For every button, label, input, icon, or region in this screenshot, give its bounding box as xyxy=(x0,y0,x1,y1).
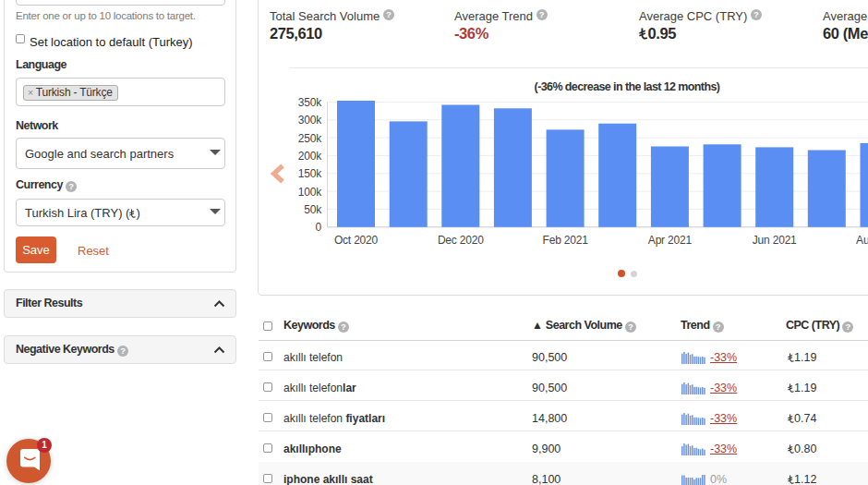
svg-text:100k: 100k xyxy=(298,186,322,199)
svg-text:350k: 350k xyxy=(298,96,322,109)
svg-text:Aug 2021: Aug 2021 xyxy=(856,234,868,247)
svg-text:50k: 50k xyxy=(304,203,322,216)
svg-text:200k: 200k xyxy=(298,150,322,163)
svg-text:250k: 250k xyxy=(298,132,322,145)
svg-text:0: 0 xyxy=(316,221,322,234)
svg-text:300k: 300k xyxy=(298,114,322,127)
svg-text:Jun 2021: Jun 2021 xyxy=(753,234,797,247)
svg-text:Oct 2020: Oct 2020 xyxy=(334,234,379,247)
svg-text:Feb 2021: Feb 2021 xyxy=(543,234,589,247)
svg-text:(-36% decrease in the last 12: (-36% decrease in the last 12 months) xyxy=(535,80,720,93)
svg-text:Apr 2021: Apr 2021 xyxy=(648,234,693,247)
svg-text:150k: 150k xyxy=(298,167,322,180)
svg-text:Dec 2020: Dec 2020 xyxy=(438,234,484,247)
